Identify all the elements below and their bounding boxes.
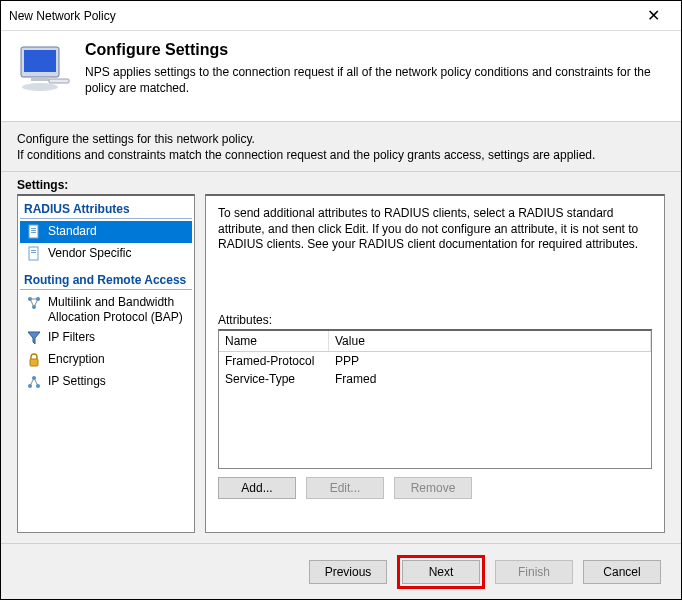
edit-button[interactable]: Edit... [306,477,384,499]
svg-point-3 [22,83,58,91]
funnel-icon [26,330,42,346]
attribute-buttons: Add... Edit... Remove [218,477,652,499]
sidebar-item-bap[interactable]: Multilink and Bandwidth Allocation Proto… [20,292,192,327]
cell-value: PPP [329,353,651,369]
svg-rect-7 [31,230,36,231]
svg-rect-4 [49,79,69,83]
column-name[interactable]: Name [219,331,329,351]
svg-rect-15 [30,359,38,366]
section-routing-remote: Routing and Remote Access [20,271,192,290]
svg-rect-11 [31,252,36,253]
svg-rect-2 [31,77,49,81]
sidebar-item-label: IP Settings [48,374,106,388]
instruction-line2: If conditions and constraints match the … [17,148,665,164]
sidebar-item-encryption[interactable]: Encryption [20,349,192,371]
svg-rect-1 [24,50,56,72]
attributes-table[interactable]: Name Value Framed-Protocol PPP Service-T… [218,329,652,469]
sidebar-item-vendor-specific[interactable]: Vendor Specific [20,243,192,265]
settings-tree[interactable]: RADIUS Attributes Standard Vendor Specif… [17,194,195,533]
instruction-band: Configure the settings for this network … [1,121,681,172]
add-button[interactable]: Add... [218,477,296,499]
cancel-button[interactable]: Cancel [583,560,661,584]
sidebar-item-standard[interactable]: Standard [20,221,192,243]
svg-rect-6 [31,228,36,229]
section-radius-attributes: RADIUS Attributes [20,200,192,219]
titlebar: New Network Policy ✕ [1,1,681,31]
settings-label: Settings: [1,172,681,194]
header-text: Configure Settings NPS applies settings … [85,41,667,111]
network-icon [26,295,42,311]
sidebar-item-label: Standard [48,224,97,238]
cell-value: Framed [329,371,651,387]
highlight-box: Next [397,555,485,589]
header-title: Configure Settings [85,41,667,59]
sidebar-item-label: Multilink and Bandwidth Allocation Proto… [48,295,188,324]
network-icon [26,374,42,390]
column-value[interactable]: Value [329,331,651,351]
main-hint: To send additional attributes to RADIUS … [218,206,652,253]
table-header: Name Value [219,331,651,352]
cell-name: Service-Type [219,371,329,387]
close-button[interactable]: ✕ [633,2,673,30]
remove-button[interactable]: Remove [394,477,472,499]
instruction-line1: Configure the settings for this network … [17,132,665,148]
sidebar-item-ip-settings[interactable]: IP Settings [20,371,192,393]
table-row[interactable]: Framed-Protocol PPP [219,352,651,370]
document-icon [26,246,42,262]
svg-rect-8 [31,232,36,233]
sidebar-item-label: IP Filters [48,330,95,344]
main-panel: To send additional attributes to RADIUS … [205,194,665,533]
window-title: New Network Policy [9,9,633,23]
dialog-window: New Network Policy ✕ Configure Settings … [0,0,682,600]
sidebar-item-label: Vendor Specific [48,246,131,260]
finish-button[interactable]: Finish [495,560,573,584]
table-row[interactable]: Service-Type Framed [219,370,651,388]
sidebar-item-label: Encryption [48,352,105,366]
header-desc: NPS applies settings to the connection r… [85,65,667,96]
lock-icon [26,352,42,368]
document-icon [26,224,42,240]
next-button[interactable]: Next [402,560,480,584]
svg-rect-10 [31,250,36,251]
svg-rect-9 [29,247,38,260]
wizard-icon [15,41,73,99]
header: Configure Settings NPS applies settings … [1,31,681,121]
previous-button[interactable]: Previous [309,560,387,584]
wizard-footer: Previous Next Finish Cancel [1,543,681,599]
body: RADIUS Attributes Standard Vendor Specif… [1,194,681,543]
attributes-label: Attributes: [218,313,652,327]
cell-name: Framed-Protocol [219,353,329,369]
svg-rect-5 [29,225,38,238]
sidebar-item-ip-filters[interactable]: IP Filters [20,327,192,349]
